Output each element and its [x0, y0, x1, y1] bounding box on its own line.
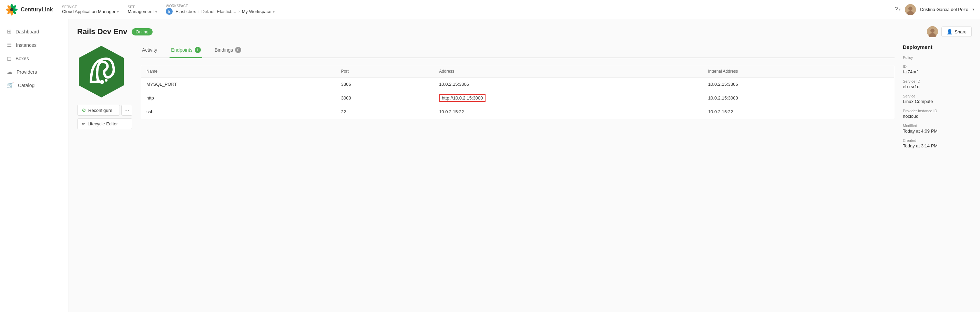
sidebar: ⊞ Dashboard ☰ Instances ◻ Boxes ☁ Provid… [0, 19, 69, 312]
help-button[interactable]: ? ▾ [894, 6, 901, 13]
reconfigure-row: ⚙ Reconfigure ⋯ [77, 105, 132, 116]
col-address: Address [433, 65, 703, 78]
lifecycle-label: Lifecycle Editor [88, 121, 118, 127]
sidebar-label-dashboard: Dashboard [16, 29, 39, 35]
nav-right: ? ▾ Cristina Garcia del Pozo ▾ [894, 4, 975, 15]
endpoint-internal-address: 10.0.2.15:3306 [703, 78, 894, 91]
left-panel: ⚙ Reconfigure ⋯ ✏ Lifecycle Editor [77, 44, 132, 153]
instance-icon-hex [77, 44, 126, 99]
deploy-field: Service IDeb-rsr1q [903, 79, 972, 89]
avatar[interactable] [905, 4, 916, 15]
deploy-field-label: Policy [903, 55, 972, 60]
deploy-field-label: Modified [903, 124, 972, 128]
top-nav: CenturyLink Service Cloud Application Ma… [0, 0, 980, 19]
my-workspace-breadcrumb[interactable]: My Workspace ▾ [242, 9, 275, 14]
sidebar-label-catalog: Catalog [18, 82, 35, 88]
deploy-field-label: ID [903, 64, 972, 68]
elasticbox-dot: E [166, 8, 173, 15]
instance-actions: ⚙ Reconfigure ⋯ ✏ Lifecycle Editor [77, 105, 132, 129]
reconfigure-icon: ⚙ [82, 108, 86, 113]
avatar-image [905, 4, 916, 15]
site-value[interactable]: Management ▾ [127, 9, 158, 14]
workspace-label: Workspace [166, 4, 275, 8]
site-label: Site [127, 5, 158, 9]
centurylink-logo [5, 3, 18, 16]
service-value[interactable]: Cloud Application Manager ▾ [62, 9, 119, 14]
deploy-field-value: i-z74arf [903, 69, 972, 74]
elasticbox-breadcrumb[interactable]: E Elasticbox [166, 8, 196, 15]
endpoint-internal-address: 10.0.2.15:3000 [703, 91, 894, 105]
help-dropdown-icon: ▾ [899, 7, 901, 12]
instance-title: Rails Dev Env [77, 27, 127, 36]
endpoint-address[interactable]: http://10.0.2.15:3000 [433, 91, 703, 105]
share-icon: 👤 [947, 29, 953, 35]
instance-title-area: Rails Dev Env Online [77, 27, 153, 36]
svg-point-14 [931, 29, 934, 33]
tab-bindings-label: Bindings [215, 47, 233, 53]
sidebar-item-instances[interactable]: ☰ Instances [0, 38, 68, 52]
reconfigure-button[interactable]: ⚙ Reconfigure [77, 105, 120, 116]
lifecycle-editor-button[interactable]: ✏ Lifecycle Editor [77, 119, 132, 129]
tabs-row: Activity Endpoints 1 Bindings 0 [141, 44, 894, 58]
svg-point-9 [10, 8, 13, 11]
deploy-field-value: eb-rsr1q [903, 84, 972, 89]
sidebar-item-dashboard[interactable]: ⊞ Dashboard [0, 25, 68, 38]
site-nav[interactable]: Site Management ▾ [127, 5, 158, 14]
sidebar-item-providers[interactable]: ☁ Providers [0, 65, 68, 79]
sidebar-item-catalog[interactable]: 🛒 Catalog [0, 79, 68, 92]
deploy-field: CreatedToday at 3:14 PM [903, 138, 972, 149]
endpoint-port: 22 [336, 105, 433, 119]
endpoint-address: 10.0.2.15:3306 [433, 78, 703, 91]
endpoints-badge: 1 [195, 47, 201, 53]
more-options-button[interactable]: ⋯ [121, 105, 132, 116]
sidebar-item-boxes[interactable]: ◻ Boxes [0, 52, 68, 65]
user-dropdown-icon: ▾ [972, 7, 975, 12]
service-label: Service [62, 5, 119, 9]
main-content: Rails Dev Env Online 👤 Share [69, 19, 980, 312]
endpoint-port: 3306 [336, 78, 433, 91]
user-name[interactable]: Cristina Garcia del Pozo [920, 7, 968, 12]
deploy-field-value: Today at 4:09 PM [903, 128, 972, 134]
sidebar-label-boxes: Boxes [16, 56, 29, 61]
logo-text: CenturyLink [21, 6, 53, 13]
tab-bindings[interactable]: Bindings 0 [213, 44, 243, 58]
hex-svg [77, 44, 126, 99]
deploy-field-label: Service ID [903, 79, 972, 83]
endpoint-name: MYSQL_PORT [141, 78, 336, 91]
workspace-nav: Workspace E Elasticbox › Default Elastic… [166, 4, 275, 15]
deploy-field: Provider Instance IDnocloud [903, 109, 972, 119]
breadcrumb-chevron-1: › [198, 9, 199, 14]
table-row: ssh2210.0.2.15:2210.0.2.15:22 [141, 105, 894, 119]
default-elastic-breadcrumb[interactable]: Default Elasticb... [202, 9, 236, 14]
svg-point-19 [105, 79, 108, 82]
logo-area[interactable]: CenturyLink [5, 3, 54, 16]
instance-header: Rails Dev Env Online 👤 Share [77, 26, 972, 37]
providers-icon: ☁ [7, 68, 13, 75]
deploy-field: Policy [903, 55, 972, 60]
tab-activity[interactable]: Activity [141, 44, 159, 58]
status-badge: Online [132, 28, 153, 35]
endpoint-address-link[interactable]: http://10.0.2.15:3000 [439, 94, 485, 102]
deploy-field: ServiceLinux Compute [903, 94, 972, 104]
instance-body: ⚙ Reconfigure ⋯ ✏ Lifecycle Editor [77, 44, 972, 153]
svg-point-11 [908, 6, 912, 11]
deploy-field-value: Linux Compute [903, 99, 972, 104]
service-nav[interactable]: Service Cloud Application Manager ▾ [62, 5, 119, 14]
bindings-badge: 0 [235, 47, 241, 53]
app-layout: ⊞ Dashboard ☰ Instances ◻ Boxes ☁ Provid… [0, 19, 980, 312]
breadcrumb: E Elasticbox › Default Elasticb... › My … [166, 8, 275, 15]
endpoint-name: ssh [141, 105, 336, 119]
instance-avatar-image [927, 26, 938, 37]
instances-icon: ☰ [7, 42, 12, 48]
deploy-field-label: Provider Instance ID [903, 109, 972, 113]
sidebar-label-instances: Instances [16, 42, 37, 48]
col-port: Port [336, 65, 433, 78]
deployment-title: Deployment [903, 44, 972, 50]
tab-endpoints-label: Endpoints [171, 47, 192, 53]
instance-avatar[interactable] [927, 26, 938, 37]
tab-activity-label: Activity [142, 47, 157, 53]
tab-endpoints[interactable]: Endpoints 1 [170, 44, 202, 58]
share-button[interactable]: 👤 Share [942, 27, 972, 37]
sidebar-label-providers: Providers [16, 69, 37, 75]
endpoint-port: 3000 [336, 91, 433, 105]
